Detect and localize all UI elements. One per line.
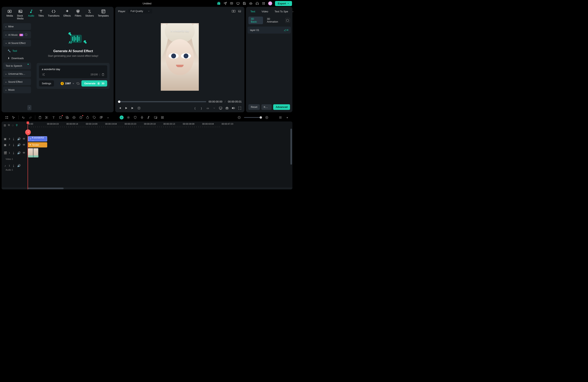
subtab-3d-basic[interactable]: 3D Basic <box>248 17 263 24</box>
reset-button[interactable]: Reset <box>248 104 260 110</box>
mute-icon[interactable]: 🔊 <box>17 151 21 154</box>
sidebar-item-universal-music[interactable]: ▸Universal Mu… <box>3 71 31 77</box>
record-screen-icon[interactable] <box>154 115 158 119</box>
visibility-icon[interactable]: 👁 <box>22 151 26 154</box>
volume-icon[interactable] <box>231 106 235 110</box>
select-icon[interactable] <box>12 115 16 119</box>
audio-mix-icon[interactable] <box>147 115 151 119</box>
visibility-icon[interactable]: 👁 <box>22 137 26 140</box>
video-clip[interactable] <box>28 148 39 157</box>
lock-icon[interactable]: ⭳ <box>12 151 15 154</box>
lock-icon[interactable]: ⭳ <box>12 143 15 146</box>
view-options-icon[interactable] <box>278 115 282 119</box>
tab-stickers[interactable]: Stickers <box>84 9 96 20</box>
subtab-3d-animation[interactable]: 3D Animation <box>265 17 284 24</box>
more-tabs[interactable]: › <box>292 9 294 14</box>
visibility-icon[interactable]: 👁 <box>22 143 26 146</box>
tab-templates[interactable]: Templates <box>96 9 111 20</box>
fullscreen-icon[interactable] <box>238 106 242 110</box>
sidebar-item-sound-effect[interactable]: ▸Sound Effect <box>3 78 31 85</box>
mic-icon[interactable] <box>140 115 144 119</box>
tab-audio[interactable]: Audio <box>26 9 36 20</box>
redo-icon[interactable] <box>28 115 32 119</box>
lock-icon[interactable]: ⭳ <box>12 164 15 167</box>
time-ruler[interactable]: 00:0000:00:04:1900:00:09:1400:00:14:0900… <box>28 121 293 129</box>
timer-icon[interactable] <box>85 115 90 119</box>
keyframe-button[interactable]: Keyframe P… <box>261 104 272 110</box>
horizontal-scroll[interactable] <box>1 187 293 190</box>
sidebar-item-mine[interactable]: ▸Mine <box>3 23 31 30</box>
tab-filters[interactable]: Filters <box>73 9 84 20</box>
tl-magnet-icon[interactable]: ⚲ <box>16 124 18 127</box>
next-frame-icon[interactable] <box>131 106 134 110</box>
layer-row[interactable]: layer 01 AI <box>248 27 291 34</box>
tab-stock-media[interactable]: Stock Media <box>15 9 26 20</box>
inspector-tab-text[interactable]: Text <box>248 9 258 14</box>
zoom-out-icon[interactable] <box>237 115 241 119</box>
sidebar-item-text-to-speech[interactable]: Text to Speech <box>3 62 31 69</box>
mute-icon[interactable]: 🔊 <box>17 143 21 146</box>
display-icon[interactable] <box>219 106 222 110</box>
tl-track-opts-icon[interactable]: ▥ <box>4 124 6 127</box>
bracket-right-icon[interactable]: } <box>200 106 203 110</box>
advanced-button[interactable]: Advanced <box>273 104 290 110</box>
play-icon[interactable] <box>125 106 128 110</box>
export-button[interactable]: Export <box>275 1 292 6</box>
tl-marker-icon[interactable]: ◇ <box>12 124 14 127</box>
add-credits-icon[interactable]: ＋ <box>72 82 75 85</box>
send-icon[interactable] <box>223 1 227 5</box>
tab-titles[interactable]: Titles <box>36 9 46 20</box>
sidebar-item-ai-music[interactable]: ▸AI MusicAIⓘ <box>3 31 31 38</box>
tl-link-icon[interactable]: ⧉ <box>8 123 10 127</box>
inspector-tab-video[interactable]: Video <box>259 9 271 14</box>
keyframe-diamond-icon[interactable] <box>160 115 164 119</box>
mute-icon[interactable]: 🔊 <box>17 137 21 140</box>
group-icon[interactable] <box>99 115 103 119</box>
text-tool-icon[interactable] <box>52 115 56 119</box>
save-preset-icon[interactable] <box>285 18 290 23</box>
shuffle-icon[interactable] <box>42 73 45 76</box>
add-track-bubble[interactable] <box>25 130 31 135</box>
monitor-icon[interactable] <box>236 1 240 5</box>
prompt-input[interactable]: a wonderful day 15/100 | <box>39 65 107 78</box>
more-tools-icon[interactable]: » <box>106 115 110 119</box>
grid-icon[interactable] <box>5 115 9 119</box>
color-icon[interactable] <box>72 115 76 119</box>
gift-icon[interactable] <box>217 1 221 5</box>
text-clip[interactable]: T A wonderful … <box>28 136 47 141</box>
refresh-icon[interactable] <box>77 82 79 85</box>
preview-canvas[interactable]: A wonderful day <box>161 23 199 91</box>
zoom-slider[interactable] <box>244 117 262 118</box>
clear-icon[interactable] <box>102 73 105 76</box>
bracket-left-icon[interactable]: { <box>193 106 197 110</box>
tag-icon[interactable] <box>92 115 96 119</box>
snapshot-icon[interactable] <box>238 9 242 13</box>
apps-icon[interactable] <box>262 1 265 5</box>
mute-icon[interactable]: 🔊 <box>17 164 21 167</box>
tab-transitions[interactable]: Transitions <box>46 9 62 20</box>
effect-clip[interactable]: ✦ Tender <box>28 142 47 148</box>
ai-assist-icon[interactable]: ☺ <box>120 115 124 119</box>
collapse-sidebar[interactable]: ‹ <box>27 105 31 110</box>
undo-icon[interactable] <box>21 115 25 119</box>
settings-button[interactable]: Settings <box>39 80 54 87</box>
device-icon[interactable] <box>230 1 233 5</box>
chevron-down-icon[interactable] <box>212 106 216 110</box>
cut-icon[interactable] <box>45 115 49 119</box>
zoom-in-icon[interactable] <box>265 115 269 119</box>
cloud-icon[interactable] <box>249 1 252 5</box>
marker-icon[interactable]: ▭ <box>206 106 210 110</box>
scrubber[interactable] <box>118 101 206 102</box>
mask-icon[interactable] <box>65 115 69 119</box>
shield-icon[interactable] <box>133 115 137 119</box>
ai-edit-icon[interactable]: AI <box>284 29 288 31</box>
stop-icon[interactable] <box>137 106 141 110</box>
lock-icon[interactable]: ⭳ <box>12 137 15 140</box>
sidebar-item-music[interactable]: ▸Music <box>3 87 31 93</box>
prev-frame-icon[interactable] <box>118 106 122 110</box>
headphones-icon[interactable] <box>255 1 259 5</box>
crop-icon[interactable] <box>58 115 63 119</box>
speed-icon[interactable] <box>79 115 83 119</box>
view-dropdown-icon[interactable]: ▾ <box>285 115 289 119</box>
delete-icon[interactable] <box>38 115 42 119</box>
